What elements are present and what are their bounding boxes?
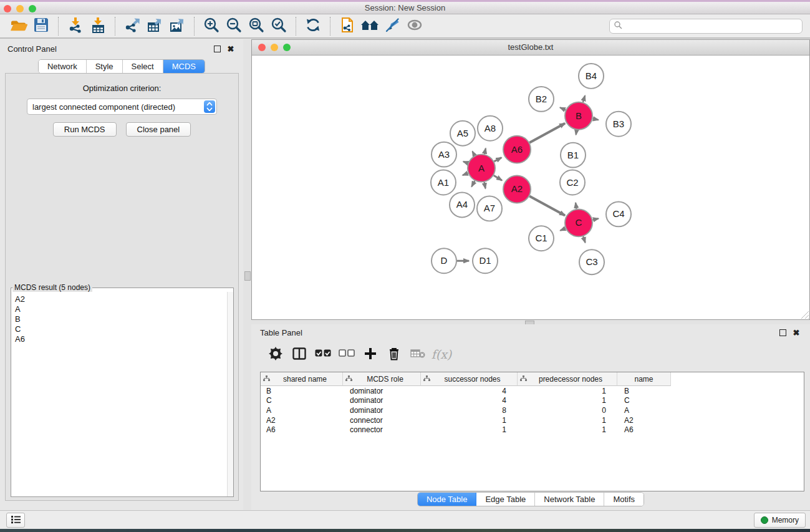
table-row-a[interactable]: Adominator80A	[261, 405, 804, 415]
float-table-panel-button[interactable]	[778, 327, 788, 337]
result-scrollbar[interactable]	[227, 292, 233, 496]
network-node-B1[interactable]: B1	[561, 143, 586, 168]
add-entry-button[interactable]	[359, 344, 382, 365]
horizontal-splitter[interactable]	[251, 320, 810, 324]
minimize-network-button[interactable]	[271, 44, 278, 51]
close-panel-push-button[interactable]: Close panel	[126, 122, 191, 137]
close-network-button[interactable]	[258, 44, 266, 51]
table-cell[interactable]: 4	[421, 386, 518, 396]
delete-table-button[interactable]	[406, 344, 430, 365]
search-input[interactable]	[622, 21, 798, 31]
network-node-B3[interactable]: B3	[606, 112, 631, 137]
network-edge-C-C2[interactable]	[576, 203, 576, 209]
float-panel-button[interactable]	[212, 44, 222, 54]
network-edge-A2-C[interactable]	[529, 196, 565, 215]
network-edge-C-C1[interactable]	[560, 228, 565, 230]
vertical-splitter[interactable]	[243, 39, 251, 511]
tab-style[interactable]: Style	[87, 60, 123, 73]
table-cell[interactable]: dominator	[343, 405, 421, 415]
network-edge-A-A3[interactable]	[463, 162, 468, 163]
zoom-in-button[interactable]	[200, 16, 223, 36]
table-row-a2[interactable]: A2connector11A2	[261, 415, 804, 425]
minimize-window-button[interactable]	[16, 5, 24, 12]
network-node-C3[interactable]: C3	[579, 249, 604, 274]
table-tab-network-table[interactable]: Network Table	[535, 493, 604, 506]
close-window-button[interactable]	[4, 5, 11, 12]
network-edge-A-A2[interactable]	[494, 175, 502, 180]
table-tab-edge-table[interactable]: Edge Table	[476, 493, 535, 506]
tab-network[interactable]: Network	[39, 60, 87, 73]
export-network-button[interactable]	[121, 16, 143, 36]
table-cell[interactable]: 4	[421, 396, 518, 406]
zoom-selected-button[interactable]	[268, 16, 290, 36]
select-all-button[interactable]	[311, 344, 335, 365]
column-header-predecessor-nodes[interactable]: predecessor nodes	[518, 372, 617, 386]
table-cell[interactable]: A	[617, 405, 671, 415]
task-history-button[interactable]	[6, 513, 25, 528]
function-builder-button[interactable]: f(x)	[430, 344, 453, 365]
network-edge-A6-B[interactable]	[529, 123, 565, 143]
table-cell[interactable]: A2	[261, 415, 343, 425]
table-cell[interactable]: C	[261, 396, 343, 406]
network-edge-C-C4[interactable]	[592, 218, 598, 220]
home-view-button[interactable]	[359, 16, 381, 36]
table-settings-button[interactable]	[264, 344, 287, 365]
network-edge-B-B2[interactable]	[560, 107, 566, 110]
table-cell[interactable]: 1	[421, 425, 518, 435]
table-cell[interactable]: dominator	[343, 396, 421, 406]
table-cell[interactable]: C	[617, 396, 671, 406]
network-node-A6[interactable]: A6	[503, 136, 531, 163]
table-cell[interactable]: connector	[343, 425, 421, 435]
hide-annotations-button[interactable]	[381, 16, 403, 36]
network-edge-B-B1[interactable]	[576, 130, 577, 135]
network-node-C[interactable]: C	[565, 209, 592, 236]
table-cell[interactable]: 1	[421, 415, 518, 425]
export-table-button[interactable]	[143, 16, 166, 36]
table-cell[interactable]: A6	[617, 425, 671, 435]
unselect-all-button[interactable]	[335, 344, 359, 365]
memory-button[interactable]: Memory	[754, 513, 806, 528]
close-panel-button[interactable]: ✖	[226, 44, 236, 54]
table-tab-motifs[interactable]: Motifs	[604, 493, 644, 506]
table-cell[interactable]	[671, 425, 804, 435]
table-cell[interactable]: 1	[518, 425, 617, 435]
column-header-shared-name[interactable]: shared name	[261, 372, 343, 386]
table-cell[interactable]	[671, 405, 804, 415]
delete-entry-button[interactable]	[382, 344, 406, 365]
close-table-panel-button[interactable]: ✖	[791, 327, 801, 337]
column-header-MCDS-role[interactable]: MCDS role	[343, 372, 421, 386]
table-tab-node-table[interactable]: Node Table	[418, 493, 477, 506]
table-row-c[interactable]: Cdominator41C	[261, 396, 804, 406]
network-edge-A-A7[interactable]	[485, 182, 486, 188]
network-edge-C-C3[interactable]	[583, 236, 585, 243]
network-edge-A-A6[interactable]	[494, 158, 501, 162]
network-node-D[interactable]: D	[432, 248, 456, 273]
table-cell[interactable]: 1	[518, 415, 617, 425]
network-node-A1[interactable]: A1	[431, 170, 456, 195]
table-cell[interactable]: dominator	[343, 386, 421, 396]
table-cell[interactable]: 1	[518, 386, 617, 396]
network-window-titlebar[interactable]: testGlobe.txt	[252, 40, 809, 56]
network-node-A7[interactable]: A7	[477, 196, 502, 221]
import-network-button[interactable]	[64, 16, 87, 36]
table-row-a6[interactable]: A6connector11A6	[261, 425, 804, 435]
network-canvas[interactable]: AA1A2A3A4A5A6A7A8BB1B2B3B4CC1C2C3C4DD1	[252, 56, 809, 319]
table-cell[interactable]: 1	[518, 396, 617, 406]
network-node-A8[interactable]: A8	[478, 116, 503, 141]
network-node-A4[interactable]: A4	[450, 192, 475, 217]
network-node-A5[interactable]: A5	[450, 121, 475, 146]
network-node-A3[interactable]: A3	[432, 142, 456, 167]
mcds-result-list[interactable]: A2ABCA6	[11, 293, 227, 495]
clone-network-button[interactable]	[336, 16, 359, 36]
refresh-view-button[interactable]	[302, 16, 324, 36]
table-cell[interactable]: 0	[518, 405, 617, 415]
show-column-button[interactable]	[287, 344, 311, 365]
column-header-successor-nodes[interactable]: successor nodes	[421, 372, 518, 386]
tab-select[interactable]: Select	[123, 60, 163, 73]
zoom-network-button[interactable]	[283, 44, 291, 51]
table-cell[interactable]: A2	[617, 415, 671, 425]
network-edge-A-A4[interactable]	[471, 181, 475, 186]
tab-mcds[interactable]: MCDS	[163, 60, 205, 73]
export-image-button[interactable]	[166, 16, 188, 36]
show-graphics-button[interactable]	[403, 16, 426, 36]
